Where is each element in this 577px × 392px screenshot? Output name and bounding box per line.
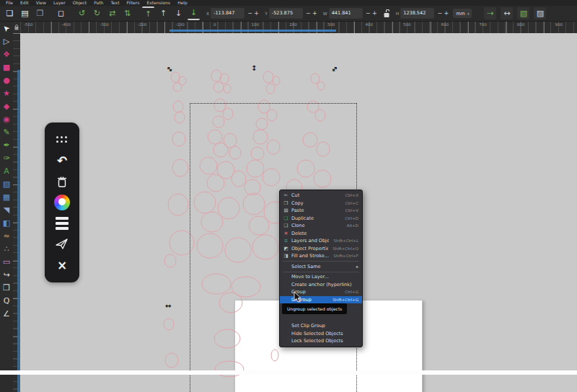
tweak-tool-button[interactable]: ≈ [0, 229, 13, 242]
undo-button[interactable]: ↶ [52, 152, 72, 169]
ruler-corner[interactable] [13, 22, 20, 33]
lock-ratio-toggle[interactable] [382, 9, 391, 19]
shape-builder-tool-button[interactable]: ❖ [0, 48, 13, 61]
menu-item-ungroup[interactable]: UngroupShift+Ctrl+G [280, 296, 362, 304]
h-minus-button[interactable]: − [436, 9, 443, 18]
menu-help[interactable]: Help [177, 0, 188, 6]
rectangle-tool-button[interactable]: ■ [0, 61, 13, 74]
ruler-tick-label: 600 [441, 22, 449, 27]
menu-item-move-to-layer[interactable]: Move to Layer... [280, 273, 362, 281]
zoom-tool-button[interactable]: Q [0, 294, 13, 307]
deselect-button[interactable]: ❐ [34, 7, 46, 19]
w-minus-button[interactable]: − [365, 9, 371, 18]
circle-path [173, 101, 183, 112]
y-minus-button[interactable]: − [305, 9, 312, 18]
transform-patterns-toggle-button[interactable]: ▨ [534, 7, 546, 19]
box-3d-tool-button[interactable]: ◆ [0, 99, 13, 112]
menu-button[interactable] [52, 215, 72, 232]
h-plus-button[interactable]: + [443, 9, 449, 18]
selector-tool-button[interactable]: ➤ [0, 22, 13, 35]
circle-path [201, 212, 223, 232]
menu-item-delete[interactable]: ✖Delete [280, 230, 362, 238]
select-all-layers-button[interactable]: ▤ [19, 7, 31, 19]
calligraphy-tool-button[interactable]: ✑ [0, 151, 13, 164]
menu-item-hide-selected[interactable]: Hide Selected Objects [280, 330, 362, 338]
menu-item-duplicate[interactable]: ❏DuplicateCtrl+D [280, 215, 362, 223]
text-tool-button[interactable]: A [0, 164, 13, 177]
circle-path [243, 193, 265, 215]
paint-bucket-tool-button[interactable]: ◧ [0, 216, 13, 229]
menu-item-copy[interactable]: ❐CopyCtrl+C [280, 200, 362, 208]
selection-handle-top-mid[interactable]: ↕ [251, 65, 257, 72]
spiral-tool-button[interactable]: ◉ [0, 112, 13, 125]
star-tool-button[interactable]: ★ [0, 86, 13, 99]
menu-item-paste[interactable]: ▤PasteCtrl+V [280, 207, 362, 215]
node-editor-tool-button[interactable]: ▷ [0, 35, 13, 48]
scale-corners-toggle-button[interactable]: ↔ [501, 7, 513, 19]
menu-item-clone[interactable]: ❑CloneAlt+D [280, 222, 362, 230]
menu-item-group[interactable]: GroupCtrl+G [280, 288, 362, 296]
circle-path [202, 274, 231, 294]
menu-extensions[interactable]: Extensions [147, 0, 171, 6]
eraser-tool-button[interactable]: ▭ [0, 255, 13, 268]
send-button[interactable] [52, 236, 72, 253]
x-minus-button[interactable]: − [247, 9, 253, 18]
menu-item-lock-selected[interactable]: Lock Selected Objects [280, 337, 362, 345]
connector-tool-button[interactable]: ↪ [0, 268, 13, 281]
menu-item-set-clip-group[interactable]: Set Clip Group [280, 322, 362, 330]
menu-layer[interactable]: Layer [53, 0, 66, 6]
menu-path[interactable]: Path [94, 0, 103, 6]
horizontal-ruler[interactable]: -500-400-300-200-10001002003004005006007… [13, 22, 577, 33]
scale-stroke-toggle-button[interactable]: ⇢ [484, 7, 496, 19]
menu-file[interactable]: File [6, 0, 13, 6]
menu-item-cut[interactable]: ✂CutCtrl+X [280, 192, 362, 200]
ellipse-tool-button[interactable]: ● [0, 74, 13, 86]
menu-filters[interactable]: Filters [127, 0, 140, 6]
pen-bezier-tool-button[interactable]: ✒ [0, 138, 13, 151]
menu-edit[interactable]: Edit [20, 0, 29, 6]
lower-to-bottom-button[interactable]: ↓ [188, 6, 200, 20]
unit-dropdown[interactable]: mm ▾ [453, 9, 472, 18]
flip-horizontal-button[interactable]: ⇄ [106, 7, 118, 19]
menu-item-fill-and-stroke[interactable]: ◨Fill and Stroke...Shift+Ctrl+F [280, 252, 362, 260]
menu-view[interactable]: View [36, 0, 46, 6]
h-field[interactable]: 1238.542 [400, 8, 434, 19]
flip-vertical-button[interactable]: ⇅ [121, 7, 133, 19]
pencil-tool-button[interactable]: ✎ [0, 125, 13, 138]
w-field[interactable]: 441.841 [329, 8, 363, 19]
menu-item-create-anchor[interactable]: Create anchor (hyperlink) [280, 281, 362, 289]
drag-handle[interactable] [52, 131, 72, 148]
w-plus-button[interactable]: + [371, 9, 378, 18]
delete-button[interactable] [52, 173, 72, 190]
mesh-gradient-tool-button[interactable]: ▦ [0, 190, 13, 203]
rotate-cw-button[interactable]: ↻ [91, 7, 103, 19]
menu-item-object-properties[interactable]: ◩Object Properties...Shift+Ctrl+O [280, 245, 362, 253]
lower-one-step-button[interactable]: ↓ [172, 7, 185, 19]
select-all-button[interactable]: ❏ [4, 7, 16, 19]
pages-tool-button[interactable]: ❒ [0, 281, 13, 294]
y-field[interactable]: -523.875 [269, 8, 303, 19]
x-field[interactable]: -113.847 [211, 8, 245, 19]
transform-gradients-toggle-button[interactable]: ▧ [517, 7, 529, 19]
measure-tool-button[interactable]: ∠ [0, 307, 13, 320]
menu-item-select-same[interactable]: Select Same▸ [280, 263, 362, 271]
rotate-ccw-button[interactable]: ↺ [76, 7, 88, 19]
eraser-tool-icon: ▭ [3, 258, 10, 266]
menu-item-layers-and-objects[interactable]: ≡Layers and Objects...Shift+Ctrl+L [280, 237, 362, 245]
color-picker-button[interactable] [52, 194, 72, 211]
close-button[interactable]: × [52, 257, 72, 274]
vertical-ruler[interactable] [13, 33, 20, 392]
selection-handle-left-mid[interactable]: ↔ [165, 303, 171, 310]
raise-one-step-button[interactable]: ↑ [157, 7, 169, 19]
selection-bbox-button[interactable]: ◻ [55, 7, 67, 19]
raise-to-top-button[interactable]: ↑ [142, 6, 154, 20]
spray-tool-button[interactable]: ∴ [0, 242, 13, 255]
circle-path [194, 192, 216, 213]
gradient-tool-button[interactable]: ▧ [0, 177, 13, 190]
x-plus-button[interactable]: + [253, 9, 260, 18]
menu-text[interactable]: Text [110, 0, 119, 6]
selection-bbox-icon: ◻ [58, 9, 64, 18]
y-plus-button[interactable]: + [312, 9, 318, 18]
dropper-tool-button[interactable]: ◥ [0, 203, 13, 216]
menu-object[interactable]: Object [73, 0, 87, 6]
